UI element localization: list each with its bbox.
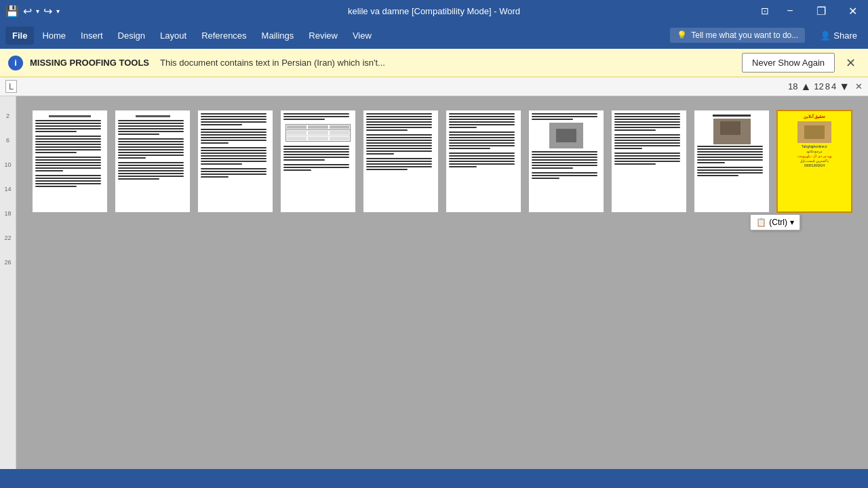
- notification-info-icon: i: [8, 56, 23, 70]
- document-content-area: تحقیق آنلاین Tahghighonline.ir مرجع دانل…: [16, 96, 868, 469]
- page-thumbnail-9[interactable]: [694, 110, 770, 213]
- page-thumbnail-2[interactable]: [115, 110, 191, 213]
- main-document-area: 2 6 10 14 18 22 26: [0, 96, 868, 469]
- page-thumbnail-7[interactable]: [528, 110, 604, 213]
- zoom-controls: 18 ▲ 12 8 4 ▼ ✕: [788, 81, 863, 93]
- clipboard-icon: 📋: [756, 218, 766, 227]
- ruler-num-18: 18: [4, 207, 11, 220]
- page-thumbnail-1[interactable]: [32, 110, 108, 213]
- undo-dropdown-icon[interactable]: ▾: [36, 7, 39, 15]
- menu-item-references[interactable]: References: [195, 26, 253, 45]
- restore-button[interactable]: ❐: [806, 0, 837, 22]
- menu-item-review[interactable]: Review: [302, 26, 344, 45]
- page-thumbnail-8[interactable]: [611, 110, 687, 213]
- paste-ctrl-label: (Ctrl): [769, 218, 787, 227]
- tell-me-label: Tell me what you want to do...: [691, 30, 798, 40]
- page-thumbnail-10-ad[interactable]: تحقیق آنلاین Tahghighonline.ir مرجع دانل…: [776, 110, 852, 213]
- page-thumbnail-5[interactable]: [363, 110, 439, 213]
- notification-close-icon[interactable]: ✕: [842, 56, 860, 70]
- paste-ctrl-button[interactable]: 📋 (Ctrl) ▾: [750, 214, 800, 230]
- ribbon-menu-bar: File Home Insert Design Layout Reference…: [0, 22, 868, 49]
- page-thumbnail-4[interactable]: [280, 110, 356, 213]
- ruler-num-6: 6: [6, 134, 9, 146]
- page-thumbnail-6[interactable]: [446, 110, 521, 213]
- notification-title: MISSING PROOFING TOOLS: [30, 58, 149, 68]
- focus-mode-icon[interactable]: ⊡: [755, 5, 774, 16]
- never-show-again-button[interactable]: Never Show Again: [742, 53, 835, 73]
- undo-icon[interactable]: ↩: [23, 5, 32, 18]
- window-title: kelile va damne [Compatibility Mode] - W…: [348, 6, 520, 16]
- title-bar: 💾 ↩ ▾ ↪ ▾ kelile va damne [Compatibility…: [0, 0, 868, 22]
- menu-item-insert[interactable]: Insert: [74, 26, 110, 45]
- ruler-bar: L 18 ▲ 12 8 4 ▼ ✕: [0, 77, 868, 96]
- notification-message: This document contains text in Persian (…: [160, 58, 735, 68]
- quick-access-dropdown[interactable]: ▾: [56, 7, 60, 15]
- menu-item-view[interactable]: View: [346, 26, 378, 45]
- zoom-num-12: 12: [814, 81, 823, 92]
- share-button[interactable]: 👤 Share: [814, 28, 863, 43]
- save-icon[interactable]: 💾: [5, 5, 19, 18]
- page-thumbnail-3[interactable]: [197, 110, 273, 213]
- menu-item-file[interactable]: File: [5, 26, 34, 45]
- tell-me-box[interactable]: 💡 Tell me what you want to do...: [670, 28, 805, 43]
- share-label: Share: [833, 30, 857, 41]
- zoom-num-8: 8: [825, 81, 830, 92]
- ruler-num-22: 22: [4, 232, 11, 244]
- notification-bar: i MISSING PROOFING TOOLS This document c…: [0, 49, 868, 77]
- paste-ctrl-dropdown-icon[interactable]: ▾: [790, 218, 794, 227]
- person-icon: 👤: [820, 30, 831, 41]
- redo-icon[interactable]: ↪: [43, 5, 52, 18]
- minimize-button[interactable]: −: [774, 0, 806, 22]
- thumbnails-row: تحقیق آنلاین Tahghighonline.ir مرجع دانل…: [32, 110, 852, 213]
- menu-item-mailings[interactable]: Mailings: [255, 26, 301, 45]
- menu-item-design[interactable]: Design: [111, 26, 152, 45]
- zoom-num-4: 4: [831, 81, 836, 92]
- ruler-num-2a: 2: [6, 110, 9, 122]
- zoom-up-arrow[interactable]: ▲: [799, 81, 812, 93]
- menu-item-home[interactable]: Home: [35, 26, 73, 45]
- ruler-num-14: 14: [4, 183, 11, 195]
- menu-item-layout[interactable]: Layout: [153, 26, 193, 45]
- ruler-num-26: 26: [4, 256, 11, 268]
- zoom-num-18: 18: [788, 81, 797, 92]
- zoom-down-arrow[interactable]: ▼: [837, 81, 851, 93]
- status-bar: [0, 469, 868, 488]
- left-ruler: 2 6 10 14 18 22 26: [0, 96, 16, 469]
- zoom-close-icon[interactable]: ✕: [855, 81, 863, 92]
- close-button[interactable]: ✕: [837, 0, 868, 22]
- lightbulb-icon: 💡: [677, 30, 687, 40]
- left-tab-icon: L: [5, 80, 17, 93]
- ruler-num-10: 10: [4, 159, 11, 171]
